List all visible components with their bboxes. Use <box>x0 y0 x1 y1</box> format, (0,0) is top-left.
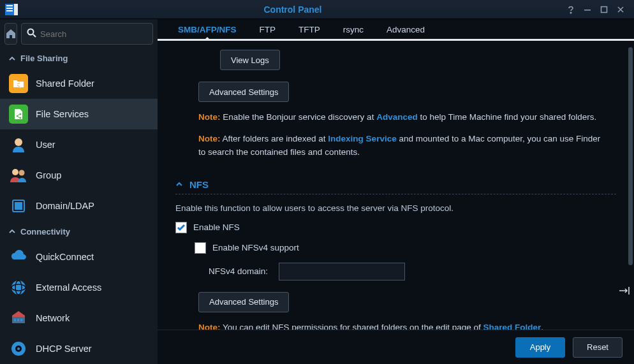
enable-nfsv4-checkbox[interactable] <box>195 242 206 254</box>
svg-rect-20 <box>15 207 22 209</box>
svg-rect-27 <box>20 319 22 321</box>
svg-point-17 <box>19 170 25 176</box>
titlebar: Control Panel <box>0 0 634 19</box>
maximize-button[interactable] <box>596 3 612 16</box>
note-bonjour: Note: Enable the Bonjour service discove… <box>198 111 610 124</box>
search-box[interactable] <box>21 23 153 45</box>
minimize-button[interactable] <box>579 3 596 16</box>
section-header-label: Connectivity <box>20 227 70 237</box>
svg-rect-3 <box>6 10 13 11</box>
reset-button[interactable]: Reset <box>573 337 623 358</box>
chevron-up-icon <box>9 228 15 235</box>
note-label: Note: <box>198 134 221 143</box>
sidebar: File Sharing Shared Folder File Services… <box>0 19 158 364</box>
apply-button[interactable]: Apply <box>515 337 565 358</box>
svg-rect-26 <box>17 319 19 321</box>
advanced-settings-button-nfs[interactable]: Advanced Settings <box>198 292 289 312</box>
sidebar-item-label: Network <box>36 313 70 323</box>
user-icon <box>9 135 28 154</box>
enable-nfs-checkbox[interactable] <box>175 222 187 233</box>
close-button[interactable] <box>612 3 629 16</box>
svg-rect-4 <box>14 4 18 15</box>
sidebar-item-label: Domain/LDAP <box>36 201 94 211</box>
sidebar-item-label: User <box>36 140 55 150</box>
nfs-description: Enable this function to allow users to a… <box>175 203 616 213</box>
note-shared-folder: Note: You can edit NFS permissions for s… <box>198 321 616 330</box>
svg-rect-7 <box>601 6 607 12</box>
svg-rect-25 <box>14 319 16 321</box>
tab-rsync[interactable]: rsync <box>332 20 375 39</box>
window-title: Control Panel <box>23 4 563 15</box>
section-toggle-nfs[interactable]: NFS <box>175 179 616 194</box>
network-icon <box>9 309 28 328</box>
svg-point-16 <box>12 169 18 175</box>
chevron-up-icon <box>175 180 183 188</box>
nfsv4-domain-row: NFSv4 domain: <box>209 263 616 280</box>
section-header-file-sharing[interactable]: File Sharing <box>0 48 158 68</box>
sidebar-item-dhcp-server[interactable]: DHCP Server <box>0 333 158 364</box>
enable-nfs-label: Enable NFS <box>193 222 240 232</box>
shared-folder-icon <box>9 74 28 93</box>
svg-point-12 <box>17 115 18 117</box>
tab-tftp[interactable]: TFTP <box>287 20 332 39</box>
svg-rect-19 <box>15 203 22 205</box>
enable-nfsv4-row: Enable NFSv4 support <box>195 242 616 254</box>
svg-point-14 <box>20 117 22 119</box>
section-title-label: NFS <box>189 179 209 190</box>
section-header-label: File Sharing <box>20 54 68 63</box>
svg-point-13 <box>20 113 22 115</box>
enable-nfs-row: Enable NFS <box>175 222 616 233</box>
sidebar-item-quickconnect[interactable]: QuickConnect <box>0 242 158 272</box>
sidebar-item-file-services[interactable]: File Services <box>0 99 158 129</box>
scrollbar-thumb[interactable] <box>628 47 633 265</box>
search-input[interactable] <box>40 29 147 39</box>
sidebar-item-label: Group <box>36 170 61 180</box>
help-button[interactable] <box>563 3 579 16</box>
link-indexing-service[interactable]: Indexing Service <box>328 134 396 143</box>
sidebar-item-domain-ldap[interactable]: Domain/LDAP <box>0 191 158 221</box>
dhcp-server-icon <box>9 339 28 358</box>
tabs: SMB/AFP/NFS FTP TFTP rsync Advanced <box>158 19 634 41</box>
svg-point-8 <box>28 29 34 34</box>
content-area: View Logs Advanced Settings Note: Enable… <box>158 41 634 330</box>
footer: Apply Reset <box>158 330 634 364</box>
sidebar-item-user[interactable]: User <box>0 129 158 160</box>
tab-advanced[interactable]: Advanced <box>375 20 436 39</box>
sidebar-item-external-access[interactable]: External Access <box>0 272 158 303</box>
svg-point-21 <box>11 280 26 295</box>
note-label: Note: <box>198 112 221 122</box>
sidebar-item-shared-folder[interactable]: Shared Folder <box>0 68 158 99</box>
tab-ftp[interactable]: FTP <box>248 20 288 39</box>
svg-point-15 <box>15 138 22 146</box>
svg-point-30 <box>17 347 20 350</box>
external-access-icon <box>9 278 28 297</box>
sidebar-item-label: External Access <box>36 282 101 293</box>
file-services-icon <box>9 105 28 124</box>
sidebar-item-label: QuickConnect <box>36 252 94 262</box>
link-advanced[interactable]: Advanced <box>376 112 418 122</box>
nfsv4-domain-label: NFSv4 domain: <box>209 266 270 276</box>
view-logs-button[interactable]: View Logs <box>220 50 280 70</box>
nfsv4-domain-input[interactable] <box>279 263 405 280</box>
svg-rect-6 <box>584 10 591 11</box>
quickconnect-icon <box>9 247 28 266</box>
section-header-connectivity[interactable]: Connectivity <box>0 222 158 242</box>
link-shared-folder[interactable]: Shared Folder <box>483 323 542 330</box>
domain-ldap-icon <box>9 196 28 215</box>
tab-smb-afp-nfs[interactable]: SMB/AFP/NFS <box>166 20 248 39</box>
note-indexing: Note: After folders are indexed at Index… <box>198 133 610 159</box>
sidebar-item-label: DHCP Server <box>36 344 92 354</box>
note-label: Note: <box>198 323 221 330</box>
enable-nfsv4-label: Enable NFSv4 support <box>212 243 299 252</box>
app-icon <box>5 4 18 15</box>
sidebar-item-label: Shared Folder <box>36 78 94 89</box>
sidebar-item-network[interactable]: Network <box>0 303 158 333</box>
sidebar-item-group[interactable]: Group <box>0 160 158 191</box>
svg-rect-2 <box>6 8 13 9</box>
group-icon <box>9 166 28 185</box>
home-button[interactable] <box>4 23 17 45</box>
svg-rect-1 <box>6 5 13 6</box>
advanced-settings-button-afp[interactable]: Advanced Settings <box>198 82 289 102</box>
search-icon <box>27 28 36 40</box>
svg-point-5 <box>570 12 571 13</box>
